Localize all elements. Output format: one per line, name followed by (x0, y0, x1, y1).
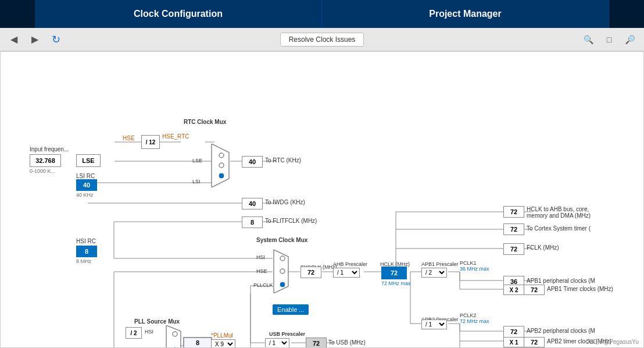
pll-mul-label: *PLLMul (211, 332, 233, 339)
hse-mux-label: HSE (256, 268, 267, 274)
sys-mux-shape (271, 250, 291, 293)
rtc-mux-label: RTC Clock Mux (184, 119, 226, 125)
resolve-clock-issues-button[interactable]: Resolve Clock Issues (280, 33, 364, 47)
apb1-x2-val: X 2 (509, 287, 518, 293)
input-freq-range1: 0-1000 K... (30, 168, 55, 174)
pclk2-label: PCLK2 (460, 313, 477, 318)
apb2-div-select[interactable]: / 1 (421, 319, 447, 329)
fclk-out-val: 72 (510, 246, 517, 253)
hse-rtc-label: HSE_RTC (162, 133, 189, 140)
tab-clock-config-label: Clock Configuration (134, 9, 223, 19)
apb1-div-select[interactable]: / 2 (421, 268, 447, 278)
sysclk-val: 72 (307, 269, 314, 276)
enable-button[interactable]: Enable ... (273, 304, 309, 315)
zoom-fit-button[interactable]: □ (601, 31, 617, 48)
pllclk-mux-label: PLLCLK (253, 282, 273, 288)
hsi-mhz-label: 8 MHz (76, 258, 91, 264)
usb-out-box: 72 (306, 338, 327, 348)
hclk-ahb-to2-label: memory and DMA (MHz) (527, 212, 591, 219)
rtc-to-label: To RTC (KHz) (265, 157, 301, 164)
svg-point-58 (219, 153, 224, 158)
hse-label-rtc: HSE (123, 135, 135, 141)
connector-lines (1, 52, 643, 347)
svg-point-62 (280, 256, 285, 261)
tab-clock-config[interactable]: Clock Configuration (35, 0, 322, 28)
zoom-in-button[interactable]: 🔍 (580, 31, 596, 48)
apb2-out2-val: 72 (531, 339, 538, 346)
hclk-ahb-to-label: HCLK to AHB bus, core, (527, 206, 589, 212)
forward-button[interactable]: ▶ (27, 31, 43, 48)
enable-label: Enable ... (277, 306, 304, 313)
ahb-div-select[interactable]: / 1 (333, 268, 360, 278)
apb2-x1-box: X 1 (503, 337, 524, 347)
fclk-out-box: 72 (503, 243, 524, 255)
tab-project-manager[interactable]: Project Manager (322, 0, 609, 28)
pclk2-max-label: 72 MHz max (460, 318, 489, 324)
apb2-x1-val: X 1 (509, 339, 518, 346)
lsi-val: 40 (83, 182, 90, 189)
apb1-prescaler-label: APB1 Prescaler (421, 261, 459, 267)
apb2-out1-box: 72 (503, 326, 524, 338)
hse-div12-label: / 12 (146, 139, 156, 145)
lse-box: LSE (76, 154, 101, 167)
rtc-out-val: 40 (249, 158, 256, 165)
lsi-box: 40 (76, 179, 97, 191)
hsi-box: 8 (76, 246, 97, 257)
hclk-ahb-val: 72 (510, 208, 517, 215)
apb1-x2-box: X 2 (503, 285, 524, 295)
svg-marker-65 (166, 325, 181, 348)
pll-div2-val: / 2 (130, 330, 137, 336)
iwdg-to-label: To IWDG (KHz) (265, 199, 305, 205)
svg-point-64 (280, 282, 285, 287)
zoom-out-button[interactable]: 🔍 (622, 31, 638, 48)
hse-div12-box: / 12 (141, 135, 160, 149)
cortex-to-label: To Cortex System timer ( (527, 225, 591, 232)
svg-point-66 (173, 332, 177, 336)
lsi-label-mux: LSI (192, 179, 201, 184)
flit-out-box: 8 (242, 216, 263, 228)
header-right-side (609, 0, 644, 28)
flit-to-label: To FLITFCLK (MHz) (265, 218, 317, 224)
system-mux-label: System Clock Mux (256, 237, 307, 243)
pll-mux-shape (163, 325, 184, 348)
flit-out-val: 8 (251, 219, 254, 226)
iwdg-out-box: 40 (242, 198, 263, 209)
hclk-ahb-box: 72 (503, 206, 524, 218)
apb1-out2-val: 72 (531, 286, 538, 293)
rtc-out-box: 40 (242, 156, 263, 168)
apb2-out1-val: 72 (510, 328, 517, 335)
pll-hsi-label: HSI (145, 329, 153, 335)
lsi-khz-label: 40 KHz (76, 192, 94, 198)
apb2-out2-box: 72 (524, 337, 545, 347)
input-freq-val1-box[interactable]: 32.768 (30, 154, 61, 167)
svg-point-59 (219, 163, 224, 168)
hclk-max-label: 72 MHz max (381, 280, 411, 286)
pclk1-label: PCLK1 (460, 260, 477, 266)
hsi-mux-label: HSI (256, 254, 265, 260)
pll-mul-select[interactable]: X 9 (211, 339, 235, 348)
refresh-button[interactable]: ↻ (48, 31, 64, 48)
pll-val: 8 (196, 339, 199, 346)
apb2-to1-label: APB2 peripheral clocks (M (527, 328, 595, 334)
tab-project-manager-label: Project Manager (429, 9, 501, 19)
diagram-canvas: RTC Clock Mux / 12 HSE_RTC HSE LSE LSI 4… (0, 51, 644, 348)
pll-div2-box: / 2 (126, 327, 142, 339)
hsi-rc-label: HSI RC (76, 238, 96, 244)
apb1-out2-box: 72 (524, 285, 545, 295)
sysclk-box: 72 (300, 267, 321, 278)
hsi-val: 8 (85, 248, 88, 255)
rtc-mux-shape (209, 144, 232, 187)
hclk-val: 72 (391, 269, 398, 276)
hclk-box: 72 (381, 267, 407, 279)
ahb-prescaler-label: AHB Prescaler (333, 261, 367, 267)
header: Clock Configuration Project Manager (0, 0, 644, 28)
svg-point-60 (219, 173, 224, 178)
usb-out-val: 72 (313, 340, 320, 347)
resolve-label: Resolve Clock Issues (289, 35, 356, 44)
iwdg-out-val: 40 (249, 200, 256, 207)
apb1-to2-label: APB1 Timer clocks (MHz) (547, 286, 613, 292)
fclk-to-label: FCLK (MHz) (527, 244, 559, 251)
usb-div-select[interactable]: / 1 (265, 338, 289, 348)
apb1-to1-label: APB1 peripheral clocks (M (527, 278, 595, 284)
back-button[interactable]: ◀ (6, 31, 22, 48)
